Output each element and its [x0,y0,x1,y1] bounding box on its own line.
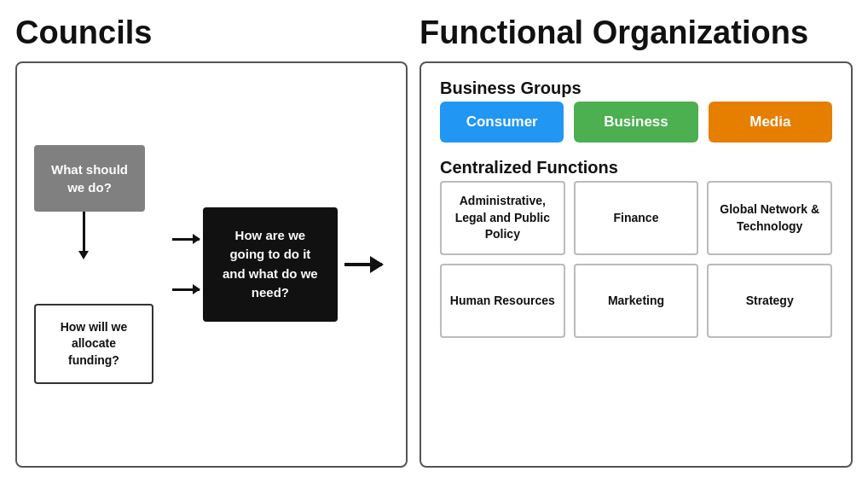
centralized-functions-title: Centralized Functions [440,158,832,177]
cf-finance: Finance [574,181,699,255]
down-arrow [78,212,89,259]
cf-global: Global Network & Technology [707,181,832,255]
functional-box: Business Groups Consumer Business Media … [420,61,853,468]
business-groups-row: Consumer Business Media [440,102,832,143]
business-groups-section: Business Groups Consumer Business Media [440,79,832,146]
cf-strategy: Strategy [707,264,832,338]
h-arrow-bottom [172,288,200,291]
business-button[interactable]: Business [574,102,697,143]
big-right-arrow [344,263,382,266]
left-stacked: What should we do? How will we allocate … [34,145,169,385]
big-arrow-line [344,263,382,266]
business-groups-title: Business Groups [440,79,832,98]
cf-marketing: Marketing [574,264,699,338]
v-line [83,212,85,251]
councils-box: What should we do? How will we allocate … [15,61,408,468]
left-panel: Councils What should we do? How will we … [15,15,408,468]
h-arrow-top [172,238,200,241]
v-arrowhead [78,251,89,259]
centralized-functions-section: Centralized Functions Administrative, Le… [440,158,832,338]
flow-wrapper: What should we do? How will we allocate … [34,84,389,445]
functional-org-title: Functional Organizations [420,15,853,51]
right-panel: Functional Organizations Business Groups… [420,15,853,468]
media-button[interactable]: Media [709,102,832,143]
box-allocate: How will we allocate funding? [34,304,153,385]
bottom-arrow-row [172,288,200,291]
councils-title: Councils [15,15,408,51]
cf-grid: Administrative, Legal and Public Policy … [440,181,832,338]
consumer-button[interactable]: Consumer [440,102,564,143]
cf-admin: Administrative, Legal and Public Policy [440,181,565,255]
cf-hr: Human Resources [440,264,565,338]
box-how: How are we going to do it and what do we… [203,207,338,322]
middle-arrows [172,171,200,358]
top-arrow-row [172,238,200,241]
box-what: What should we do? [34,145,145,212]
